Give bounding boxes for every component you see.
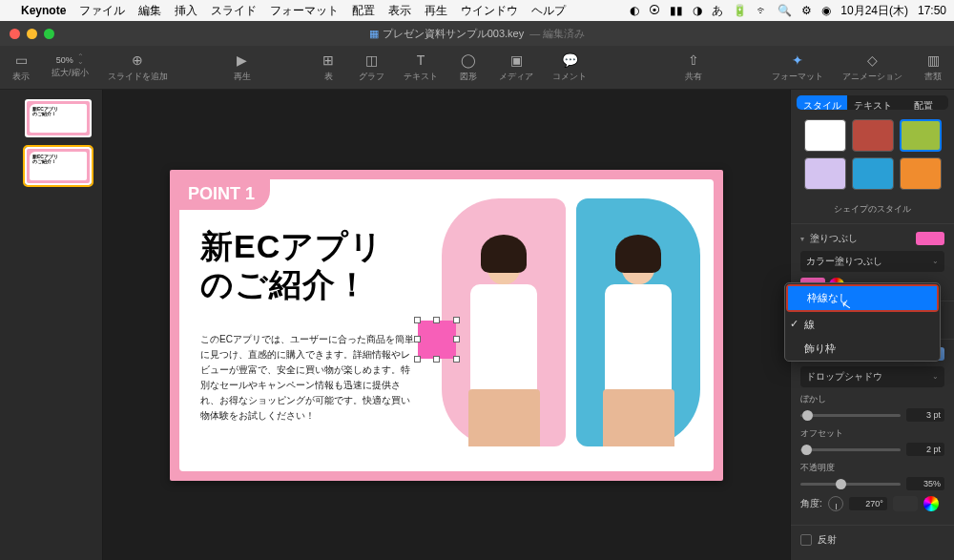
play-button[interactable]: ▶再生 — [231, 52, 254, 83]
menu-slide[interactable]: スライド — [211, 3, 257, 19]
menu-insert[interactable]: 挿入 — [175, 3, 197, 19]
resize-handle[interactable] — [414, 336, 421, 342]
titlebar: ▦ プレゼン資料サンプル003.key — 編集済み — [0, 21, 954, 46]
minimize-window[interactable] — [27, 29, 37, 39]
shadow-type-select[interactable]: ドロップシャドウ⌄ — [800, 366, 944, 387]
resize-handle[interactable] — [433, 356, 440, 363]
point-badge[interactable]: POINT 1 — [178, 178, 270, 210]
format-inspector-button[interactable]: ✦フォーマット — [772, 52, 823, 83]
opacity-slider[interactable] — [800, 483, 901, 486]
battery-icon[interactable]: 🔋 — [733, 4, 747, 17]
status-icon[interactable]: ◑ — [693, 4, 702, 17]
menu-edit[interactable]: 編集 — [138, 3, 161, 19]
opacity-label: 不透明度 — [800, 462, 944, 474]
blur-slider[interactable] — [800, 414, 901, 417]
opacity-value[interactable]: 35% — [906, 477, 944, 490]
slide-thumbnail-2[interactable]: 新ECアプリのご紹介！ — [25, 147, 92, 185]
blur-value[interactable]: 3 pt — [906, 408, 944, 422]
style-swatch[interactable] — [804, 119, 846, 152]
body-text[interactable]: このECアプリでは、ユーザーに合った商品を簡単に見つけ、直感的に購入できます。詳… — [200, 332, 415, 424]
menu-window[interactable]: ウインドウ — [461, 3, 518, 19]
siri-icon[interactable]: ◉ — [821, 4, 831, 17]
menubar: Keynote ファイル 編集 挿入 スライド フォーマット 配置 表示 再生 … — [0, 0, 954, 21]
offset-label: オフセット — [800, 427, 944, 440]
style-swatch[interactable] — [852, 119, 894, 152]
view-button[interactable]: ▭表示 — [10, 52, 32, 83]
menu-view[interactable]: 表示 — [388, 3, 411, 19]
zoom-select[interactable]: 50% ⌃⌄拡大/縮小 — [52, 55, 89, 79]
reflection-checkbox[interactable] — [800, 534, 812, 546]
table-button[interactable]: ⊞表 — [317, 52, 340, 83]
search-icon[interactable]: 🔍 — [778, 4, 792, 17]
chart-button[interactable]: ◫グラフ — [359, 52, 384, 83]
tab-text[interactable]: テキスト — [847, 95, 898, 110]
dropdown-item-frame[interactable]: 飾り枠 — [785, 337, 940, 361]
angle-label: 角度: — [800, 497, 822, 510]
fill-type-select[interactable]: カラー塗りつぶし⌄ — [800, 251, 944, 272]
wifi-icon[interactable]: ᯤ — [757, 4, 768, 17]
selected-shape[interactable] — [418, 321, 456, 359]
comment-button[interactable]: 💬コメント — [552, 52, 587, 83]
status-icon[interactable]: ▮▮ — [670, 4, 683, 17]
document-icon: ▦ — [369, 28, 379, 40]
menubar-time[interactable]: 17:50 — [918, 4, 946, 17]
menu-help[interactable]: ヘルプ — [531, 3, 566, 19]
status-icon[interactable]: ◐ — [630, 4, 639, 17]
reflection-label: 反射 — [818, 533, 837, 547]
offset-slider[interactable] — [800, 448, 901, 451]
shape-styles — [791, 110, 954, 199]
fill-label: 塗りつぶし — [810, 232, 858, 245]
style-swatch[interactable] — [804, 157, 846, 190]
input-icon[interactable]: あ — [712, 3, 723, 19]
resize-handle[interactable] — [453, 356, 460, 363]
shadow-section: ▾シャドウ ドロップシャドウ⌄ ぼかし 3 pt オフセット 2 pt 不透明度… — [791, 339, 954, 525]
tab-style[interactable]: スタイル — [797, 95, 847, 110]
menubar-date[interactable]: 10月24日(木) — [840, 3, 908, 19]
color-picker-icon[interactable] — [923, 496, 939, 511]
slide-canvas[interactable]: POINT 1 新ECアプリのご紹介！ このECアプリでは、ユーザーに合った商品… — [103, 90, 790, 560]
style-swatch[interactable] — [900, 119, 942, 152]
reflection-section: 反射 — [791, 525, 954, 560]
resize-handle[interactable] — [453, 336, 460, 342]
menu-play[interactable]: 再生 — [425, 3, 447, 19]
photo-left[interactable] — [442, 198, 566, 446]
slide-thumbnail-1[interactable]: 新ECアプリのご紹介！ — [25, 99, 92, 137]
share-button[interactable]: ⇧共有 — [682, 52, 705, 83]
media-button[interactable]: ▣メディア — [499, 52, 533, 83]
disclosure-icon[interactable]: ▾ — [800, 235, 804, 243]
control-center-icon[interactable]: ⚙ — [801, 4, 812, 17]
document-title[interactable]: プレゼン資料サンプル003.key — [383, 27, 525, 41]
document-inspector-button[interactable]: ▥書類 — [922, 52, 944, 83]
stroke-dropdown: 枠線なし ✓線 飾り枠 — [784, 282, 941, 362]
close-window[interactable] — [10, 29, 20, 39]
headline-text[interactable]: 新ECアプリのご紹介！ — [200, 227, 384, 305]
slide: POINT 1 新ECアプリのご紹介！ このECアプリでは、ユーザーに合った商品… — [170, 170, 723, 481]
menu-file[interactable]: ファイル — [79, 3, 125, 19]
angle-value[interactable]: 270° — [849, 497, 887, 510]
shadow-color[interactable] — [893, 496, 918, 511]
app-menu[interactable]: Keynote — [21, 4, 66, 17]
resize-handle[interactable] — [414, 317, 421, 323]
dropdown-item-line[interactable]: ✓線 — [785, 313, 940, 337]
animate-inspector-button[interactable]: ◇アニメーション — [842, 52, 902, 83]
status-icon[interactable]: ⦿ — [649, 4, 660, 17]
resize-handle[interactable] — [414, 356, 421, 363]
shape-button[interactable]: ◯図形 — [457, 52, 480, 83]
add-slide-button[interactable]: ⊕スライドを追加 — [108, 52, 168, 83]
photo-right[interactable] — [576, 198, 700, 446]
text-button[interactable]: Tテキスト — [404, 52, 438, 83]
style-swatch[interactable] — [852, 157, 894, 190]
tab-arrange[interactable]: 配置 — [898, 95, 948, 110]
offset-value[interactable]: 2 pt — [906, 443, 944, 456]
menu-format[interactable]: フォーマット — [270, 3, 339, 19]
blur-label: ぼかし — [800, 393, 944, 405]
toolbar: ▭表示 50% ⌃⌄拡大/縮小 ⊕スライドを追加 ▶再生 ⊞表 ◫グラフ Tテキ… — [0, 46, 954, 90]
document-status: 編集済み — [543, 28, 585, 39]
resize-handle[interactable] — [453, 317, 460, 323]
menu-arrange[interactable]: 配置 — [352, 3, 375, 19]
angle-dial[interactable] — [828, 496, 843, 511]
zoom-window[interactable] — [44, 29, 54, 39]
resize-handle[interactable] — [433, 317, 440, 323]
dropdown-item-none[interactable]: 枠線なし — [788, 286, 937, 310]
style-swatch[interactable] — [900, 157, 942, 190]
